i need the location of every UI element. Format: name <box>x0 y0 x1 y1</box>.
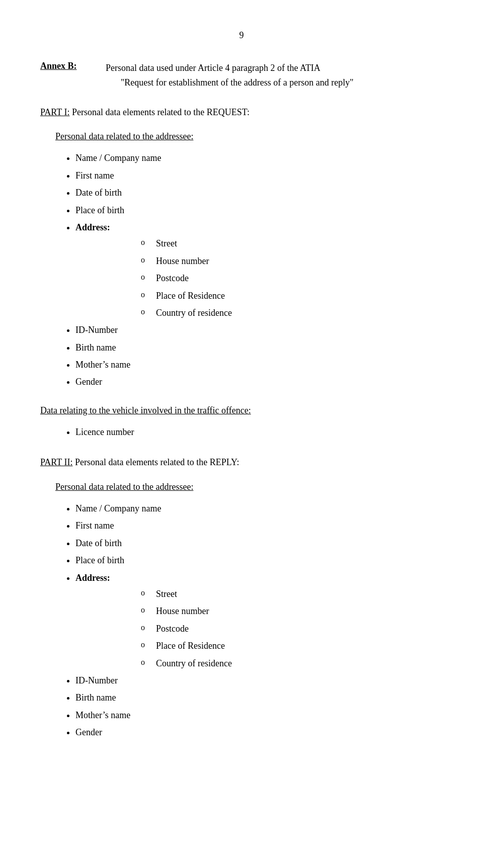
list-item: Street <box>141 586 443 602</box>
list-item: Country of residence <box>141 305 443 321</box>
list-item: Gender <box>75 724 443 740</box>
list-item-address: Address: Street House number Postcode Pl… <box>75 219 443 321</box>
list-item: Place of Residence <box>141 638 443 654</box>
list-item: Birth name <box>75 689 443 706</box>
annex-header: Annex B: Personal data used under Articl… <box>40 61 443 90</box>
annex-label: Annex B: <box>40 61 96 71</box>
list-item: House number <box>141 253 443 269</box>
part2-section-header: Personal data related to the addressee: <box>55 482 443 492</box>
page: 9 Annex B: Personal data used under Arti… <box>0 0 483 868</box>
page-number-text: 9 <box>239 30 244 40</box>
list-item: ID-Number <box>75 322 443 338</box>
annex-line2: "Request for establishment of the addres… <box>106 75 354 90</box>
list-item: Date of birth <box>75 185 443 201</box>
part2-text: Personal data elements related to the RE… <box>75 457 239 467</box>
part2-addressee-list: Name / Company name First name Date of b… <box>75 500 443 740</box>
list-item: Place of birth <box>75 202 443 218</box>
list-item: Birth name <box>75 339 443 356</box>
list-item: First name <box>75 517 443 534</box>
vehicle-header: Data relating to the vehicle involved in… <box>40 405 443 416</box>
vehicle-section: Data relating to the vehicle involved in… <box>40 405 443 440</box>
address-label: Address: <box>75 222 110 232</box>
list-item: Licence number <box>75 424 443 440</box>
part1-section-header: Personal data related to the addressee: <box>55 131 443 142</box>
part1-addressee-list: Name / Company name First name Date of b… <box>75 150 443 390</box>
part2-label: PART II: <box>40 457 72 467</box>
list-item: Gender <box>75 374 443 390</box>
vehicle-list: Licence number <box>75 424 443 440</box>
list-item: Name / Company name <box>75 150 443 166</box>
list-item: Country of residence <box>141 655 443 671</box>
list-item-address: Address: Street House number Postcode Pl… <box>75 570 443 671</box>
part1-label: PART I: <box>40 107 69 117</box>
list-item: First name <box>75 167 443 184</box>
part1-header: PART I: Personal data elements related t… <box>40 105 443 120</box>
part2-section: Personal data related to the addressee: … <box>40 482 443 740</box>
list-item: Postcode <box>141 621 443 637</box>
annex-line1: Personal data used under Article 4 parag… <box>106 61 354 75</box>
list-item: Street <box>141 235 443 251</box>
list-item: Mother’s name <box>75 707 443 723</box>
part2-address-sublist: Street House number Postcode Place of Re… <box>141 586 443 671</box>
list-item: Place of birth <box>75 552 443 568</box>
list-item: Name / Company name <box>75 500 443 516</box>
list-item: House number <box>141 603 443 619</box>
list-item: ID-Number <box>75 672 443 688</box>
list-item: Postcode <box>141 270 443 286</box>
page-number: 9 <box>40 30 443 41</box>
part2-header: PART II: Personal data elements related … <box>40 455 443 470</box>
list-item: Place of Residence <box>141 288 443 304</box>
annex-text: Personal data used under Article 4 parag… <box>106 61 354 90</box>
part1-address-sublist: Street House number Postcode Place of Re… <box>141 235 443 321</box>
part1-text: Personal data elements related to the RE… <box>72 107 250 117</box>
part1-section: Personal data related to the addressee: … <box>40 131 443 390</box>
address-label: Address: <box>75 573 110 583</box>
list-item: Date of birth <box>75 535 443 551</box>
list-item: Mother’s name <box>75 357 443 373</box>
